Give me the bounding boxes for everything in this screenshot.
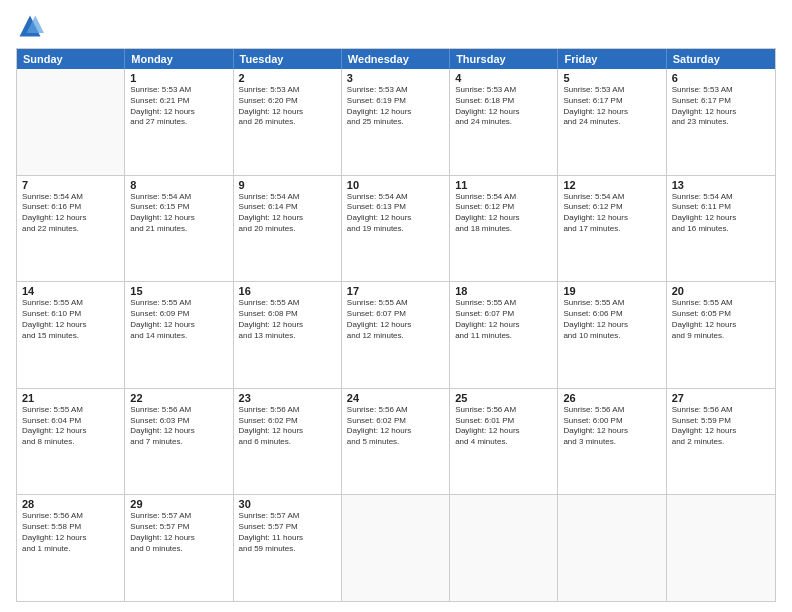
calendar-cell: 5Sunrise: 5:53 AM Sunset: 6:17 PM Daylig… <box>558 69 666 175</box>
calendar-cell <box>17 69 125 175</box>
day-number: 24 <box>347 392 444 404</box>
calendar-cell: 27Sunrise: 5:56 AM Sunset: 5:59 PM Dayli… <box>667 389 775 495</box>
day-info: Sunrise: 5:54 AM Sunset: 6:13 PM Dayligh… <box>347 192 444 235</box>
day-info: Sunrise: 5:54 AM Sunset: 6:12 PM Dayligh… <box>563 192 660 235</box>
day-info: Sunrise: 5:56 AM Sunset: 6:03 PM Dayligh… <box>130 405 227 448</box>
calendar-header: SundayMondayTuesdayWednesdayThursdayFrid… <box>17 49 775 69</box>
day-number: 26 <box>563 392 660 404</box>
day-info: Sunrise: 5:55 AM Sunset: 6:10 PM Dayligh… <box>22 298 119 341</box>
calendar-cell: 9Sunrise: 5:54 AM Sunset: 6:14 PM Daylig… <box>234 176 342 282</box>
day-info: Sunrise: 5:53 AM Sunset: 6:17 PM Dayligh… <box>563 85 660 128</box>
day-number: 30 <box>239 498 336 510</box>
day-number: 12 <box>563 179 660 191</box>
page: SundayMondayTuesdayWednesdayThursdayFrid… <box>0 0 792 612</box>
calendar-row: 1Sunrise: 5:53 AM Sunset: 6:21 PM Daylig… <box>17 69 775 175</box>
calendar-cell: 7Sunrise: 5:54 AM Sunset: 6:16 PM Daylig… <box>17 176 125 282</box>
day-info: Sunrise: 5:56 AM Sunset: 6:01 PM Dayligh… <box>455 405 552 448</box>
calendar-cell: 8Sunrise: 5:54 AM Sunset: 6:15 PM Daylig… <box>125 176 233 282</box>
day-info: Sunrise: 5:54 AM Sunset: 6:15 PM Dayligh… <box>130 192 227 235</box>
day-number: 22 <box>130 392 227 404</box>
logo-icon <box>16 12 44 40</box>
day-header-sunday: Sunday <box>17 49 125 69</box>
day-header-thursday: Thursday <box>450 49 558 69</box>
calendar-row: 14Sunrise: 5:55 AM Sunset: 6:10 PM Dayli… <box>17 281 775 388</box>
day-number: 19 <box>563 285 660 297</box>
day-number: 13 <box>672 179 770 191</box>
calendar-body: 1Sunrise: 5:53 AM Sunset: 6:21 PM Daylig… <box>17 69 775 601</box>
calendar-cell <box>667 495 775 601</box>
day-info: Sunrise: 5:56 AM Sunset: 6:02 PM Dayligh… <box>347 405 444 448</box>
day-header-tuesday: Tuesday <box>234 49 342 69</box>
day-info: Sunrise: 5:54 AM Sunset: 6:11 PM Dayligh… <box>672 192 770 235</box>
calendar-row: 7Sunrise: 5:54 AM Sunset: 6:16 PM Daylig… <box>17 175 775 282</box>
day-info: Sunrise: 5:54 AM Sunset: 6:12 PM Dayligh… <box>455 192 552 235</box>
calendar-cell: 2Sunrise: 5:53 AM Sunset: 6:20 PM Daylig… <box>234 69 342 175</box>
day-header-wednesday: Wednesday <box>342 49 450 69</box>
day-info: Sunrise: 5:53 AM Sunset: 6:19 PM Dayligh… <box>347 85 444 128</box>
day-number: 20 <box>672 285 770 297</box>
logo <box>16 12 48 40</box>
day-info: Sunrise: 5:55 AM Sunset: 6:06 PM Dayligh… <box>563 298 660 341</box>
day-info: Sunrise: 5:53 AM Sunset: 6:18 PM Dayligh… <box>455 85 552 128</box>
calendar-cell: 28Sunrise: 5:56 AM Sunset: 5:58 PM Dayli… <box>17 495 125 601</box>
calendar-cell: 4Sunrise: 5:53 AM Sunset: 6:18 PM Daylig… <box>450 69 558 175</box>
day-info: Sunrise: 5:54 AM Sunset: 6:16 PM Dayligh… <box>22 192 119 235</box>
day-info: Sunrise: 5:55 AM Sunset: 6:04 PM Dayligh… <box>22 405 119 448</box>
day-info: Sunrise: 5:53 AM Sunset: 6:17 PM Dayligh… <box>672 85 770 128</box>
day-number: 3 <box>347 72 444 84</box>
calendar-cell: 17Sunrise: 5:55 AM Sunset: 6:07 PM Dayli… <box>342 282 450 388</box>
day-number: 5 <box>563 72 660 84</box>
day-number: 29 <box>130 498 227 510</box>
day-number: 6 <box>672 72 770 84</box>
day-number: 17 <box>347 285 444 297</box>
day-header-monday: Monday <box>125 49 233 69</box>
day-number: 8 <box>130 179 227 191</box>
calendar-cell: 19Sunrise: 5:55 AM Sunset: 6:06 PM Dayli… <box>558 282 666 388</box>
calendar-cell: 13Sunrise: 5:54 AM Sunset: 6:11 PM Dayli… <box>667 176 775 282</box>
calendar-cell: 24Sunrise: 5:56 AM Sunset: 6:02 PM Dayli… <box>342 389 450 495</box>
day-info: Sunrise: 5:53 AM Sunset: 6:20 PM Dayligh… <box>239 85 336 128</box>
day-number: 14 <box>22 285 119 297</box>
day-info: Sunrise: 5:56 AM Sunset: 6:00 PM Dayligh… <box>563 405 660 448</box>
day-info: Sunrise: 5:54 AM Sunset: 6:14 PM Dayligh… <box>239 192 336 235</box>
day-number: 4 <box>455 72 552 84</box>
day-info: Sunrise: 5:56 AM Sunset: 5:59 PM Dayligh… <box>672 405 770 448</box>
calendar-cell: 14Sunrise: 5:55 AM Sunset: 6:10 PM Dayli… <box>17 282 125 388</box>
day-header-friday: Friday <box>558 49 666 69</box>
calendar-cell: 10Sunrise: 5:54 AM Sunset: 6:13 PM Dayli… <box>342 176 450 282</box>
day-number: 16 <box>239 285 336 297</box>
calendar-cell: 16Sunrise: 5:55 AM Sunset: 6:08 PM Dayli… <box>234 282 342 388</box>
day-number: 18 <box>455 285 552 297</box>
calendar-cell <box>450 495 558 601</box>
calendar: SundayMondayTuesdayWednesdayThursdayFrid… <box>16 48 776 602</box>
day-number: 1 <box>130 72 227 84</box>
calendar-cell: 30Sunrise: 5:57 AM Sunset: 5:57 PM Dayli… <box>234 495 342 601</box>
calendar-cell <box>558 495 666 601</box>
day-info: Sunrise: 5:55 AM Sunset: 6:07 PM Dayligh… <box>455 298 552 341</box>
header <box>16 12 776 40</box>
calendar-cell: 26Sunrise: 5:56 AM Sunset: 6:00 PM Dayli… <box>558 389 666 495</box>
day-number: 10 <box>347 179 444 191</box>
day-number: 23 <box>239 392 336 404</box>
day-number: 15 <box>130 285 227 297</box>
calendar-cell: 20Sunrise: 5:55 AM Sunset: 6:05 PM Dayli… <box>667 282 775 388</box>
day-info: Sunrise: 5:56 AM Sunset: 6:02 PM Dayligh… <box>239 405 336 448</box>
calendar-cell: 21Sunrise: 5:55 AM Sunset: 6:04 PM Dayli… <box>17 389 125 495</box>
calendar-cell: 22Sunrise: 5:56 AM Sunset: 6:03 PM Dayli… <box>125 389 233 495</box>
day-info: Sunrise: 5:55 AM Sunset: 6:09 PM Dayligh… <box>130 298 227 341</box>
day-info: Sunrise: 5:57 AM Sunset: 5:57 PM Dayligh… <box>239 511 336 554</box>
calendar-cell <box>342 495 450 601</box>
day-number: 25 <box>455 392 552 404</box>
day-number: 2 <box>239 72 336 84</box>
day-header-saturday: Saturday <box>667 49 775 69</box>
day-number: 7 <box>22 179 119 191</box>
calendar-cell: 25Sunrise: 5:56 AM Sunset: 6:01 PM Dayli… <box>450 389 558 495</box>
day-number: 21 <box>22 392 119 404</box>
day-number: 11 <box>455 179 552 191</box>
calendar-row: 21Sunrise: 5:55 AM Sunset: 6:04 PM Dayli… <box>17 388 775 495</box>
calendar-cell: 23Sunrise: 5:56 AM Sunset: 6:02 PM Dayli… <box>234 389 342 495</box>
day-info: Sunrise: 5:53 AM Sunset: 6:21 PM Dayligh… <box>130 85 227 128</box>
calendar-cell: 15Sunrise: 5:55 AM Sunset: 6:09 PM Dayli… <box>125 282 233 388</box>
calendar-cell: 1Sunrise: 5:53 AM Sunset: 6:21 PM Daylig… <box>125 69 233 175</box>
calendar-cell: 29Sunrise: 5:57 AM Sunset: 5:57 PM Dayli… <box>125 495 233 601</box>
